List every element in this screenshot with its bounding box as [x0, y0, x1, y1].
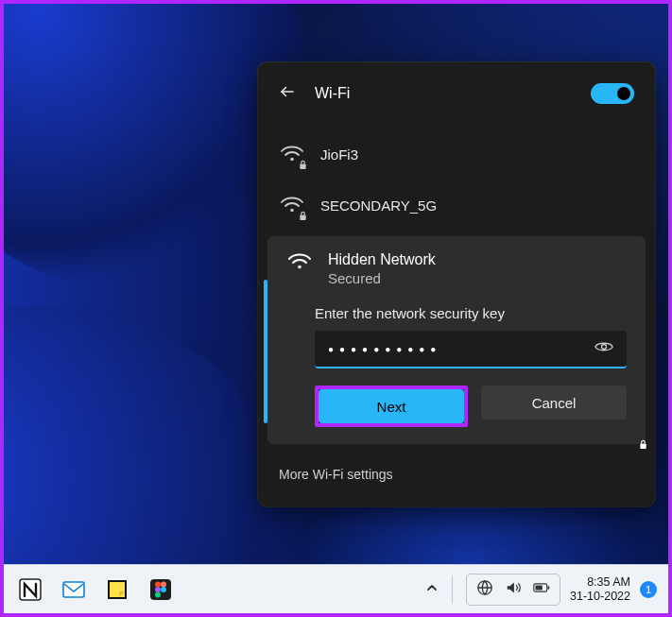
annotation-border	[0, 0, 672, 617]
